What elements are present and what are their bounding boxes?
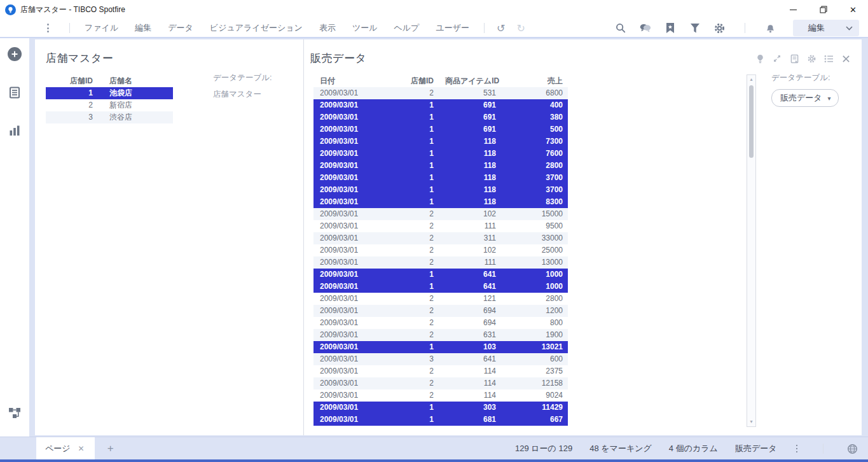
table-row[interactable]: 2009/03/01211113000 — [313, 256, 568, 269]
mode-dropdown[interactable]: 編集 — [793, 20, 859, 36]
table-cell: 2009/03/01 — [313, 353, 388, 365]
close-window-button[interactable]: ✕ — [838, 0, 868, 19]
column-header[interactable]: 売上 — [502, 75, 568, 87]
maximize-visual-icon[interactable] — [772, 53, 782, 64]
table-cell: 3700 — [502, 172, 568, 184]
settings-gear-icon[interactable] — [713, 22, 726, 34]
column-header[interactable]: 店舗ID — [46, 75, 102, 87]
table-row[interactable]: 2009/03/01130311429 — [313, 402, 568, 414]
table-cell: 118 — [439, 184, 502, 196]
table-cell: 118 — [439, 136, 502, 148]
status-item[interactable]: 129 ローの 129 — [515, 443, 572, 454]
table-cell: 2009/03/01 — [313, 148, 388, 160]
menu-item[interactable]: データ — [168, 22, 193, 34]
table-row[interactable]: 2009/03/0126311900 — [313, 329, 568, 341]
minimize-button[interactable] — [778, 0, 808, 19]
table-row[interactable]: 2009/03/0121149024 — [313, 389, 568, 402]
menu-item[interactable]: 表示 — [319, 22, 336, 34]
menu-item[interactable]: 編集 — [135, 22, 151, 34]
comments-icon[interactable] — [639, 22, 651, 34]
data-canvas-icon[interactable] — [8, 406, 22, 419]
column-header[interactable]: 日付 — [313, 75, 388, 87]
menu-item[interactable]: ユーザー — [436, 22, 469, 34]
table-row[interactable]: 2009/03/0125316800 — [313, 87, 568, 99]
scrollbar-thumb[interactable] — [749, 85, 754, 158]
column-header[interactable]: 店舗名 — [102, 75, 173, 87]
add-button[interactable] — [8, 47, 22, 61]
table-cell: 7300 — [502, 136, 568, 148]
table-row[interactable]: 2009/03/0126941200 — [313, 305, 568, 317]
table-cell: 3 — [46, 111, 102, 123]
table-row[interactable]: 2009/03/011691380 — [313, 111, 568, 123]
notifications-bell-icon[interactable] — [764, 22, 776, 34]
left-legend: データテーブル: 店舗マスター — [213, 73, 272, 100]
menu-item[interactable]: ヘルプ — [394, 22, 419, 34]
table-cell: 6800 — [502, 87, 568, 99]
bookmarks-icon[interactable] — [664, 22, 676, 34]
table-row[interactable]: 2009/03/01210225000 — [313, 244, 568, 256]
table-cell: 1900 — [502, 329, 568, 341]
menu-item[interactable]: ビジュアライゼーション — [210, 22, 303, 34]
column-header[interactable]: 商品アイテムID — [439, 75, 502, 87]
visual-properties-gear-icon[interactable] — [806, 53, 816, 64]
table-row[interactable]: 2009/03/011681667 — [313, 414, 568, 426]
page-tab[interactable]: ページ ✕ — [36, 437, 95, 460]
restore-button[interactable] — [808, 0, 838, 19]
data-panel-icon[interactable] — [9, 87, 20, 99]
vertical-scrollbar[interactable]: ▴ ▾ — [747, 74, 756, 427]
table-row[interactable]: 1池袋店 — [46, 87, 173, 99]
scroll-up-icon[interactable]: ▴ — [747, 75, 755, 84]
table-row[interactable]: 2009/03/0116411000 — [313, 281, 568, 293]
datatable-dropdown[interactable]: 販売データ ▾ — [771, 89, 839, 107]
globe-icon[interactable] — [847, 444, 858, 454]
table-row[interactable]: 2新宿店 — [46, 99, 173, 111]
menu-item[interactable]: ファイル — [85, 22, 118, 34]
menu-item[interactable]: ツール — [352, 22, 378, 34]
table-row[interactable]: 2009/03/01211412158 — [313, 377, 568, 389]
status-kebab-icon[interactable] — [794, 443, 800, 455]
column-header[interactable]: 店舗ID — [388, 75, 439, 87]
search-icon[interactable] — [614, 22, 626, 34]
recommendations-lightbulb-icon[interactable] — [755, 53, 765, 64]
table-row[interactable]: 2009/03/0121119500 — [313, 220, 568, 232]
table-row[interactable]: 2009/03/0116411000 — [313, 269, 568, 281]
scroll-down-icon[interactable]: ▾ — [747, 417, 755, 426]
details-list-icon[interactable] — [823, 53, 834, 64]
table-row[interactable]: 2009/03/011691400 — [313, 99, 568, 111]
close-visual-icon[interactable] — [841, 53, 851, 64]
status-item[interactable]: 48 をマーキング — [589, 443, 652, 454]
kebab-menu-icon[interactable] — [45, 21, 52, 35]
filter-icon[interactable] — [689, 22, 701, 34]
add-page-button[interactable]: + — [107, 442, 114, 455]
spotfire-logo-icon — [5, 4, 16, 15]
table-row[interactable]: 2009/03/012694800 — [313, 317, 568, 329]
table-row[interactable]: 2009/03/01231133000 — [313, 232, 568, 244]
table-cell: 1 — [388, 136, 439, 148]
table-row[interactable]: 2009/03/0121142375 — [313, 365, 568, 377]
table-cell: 691 — [439, 123, 502, 136]
table-row[interactable]: 2009/03/01110313021 — [313, 341, 568, 353]
table-cell: 2009/03/01 — [313, 389, 388, 402]
table-row[interactable]: 2009/03/0111187600 — [313, 148, 568, 160]
visualizations-panel-icon[interactable] — [9, 125, 20, 136]
redo-icon[interactable]: ↻ — [516, 22, 525, 34]
table-row[interactable]: 2009/03/0111182800 — [313, 160, 568, 172]
table-row[interactable]: 2009/03/013641600 — [313, 353, 568, 365]
table-cell: 303 — [439, 402, 502, 414]
table-row[interactable]: 2009/03/011691500 — [313, 123, 568, 136]
table-row[interactable]: 2009/03/0111188300 — [313, 196, 568, 208]
table-cell: 2009/03/01 — [313, 208, 388, 220]
table-row[interactable]: 3渋谷店 — [46, 111, 173, 123]
table-row[interactable]: 2009/03/0111183700 — [313, 172, 568, 184]
comments-annotation-icon[interactable] — [789, 53, 799, 64]
table-row[interactable]: 2009/03/0121212800 — [313, 293, 568, 305]
table-row[interactable]: 2009/03/0111187300 — [313, 136, 568, 148]
table-row[interactable]: 2009/03/0111183700 — [313, 184, 568, 196]
undo-icon[interactable]: ↺ — [497, 22, 505, 34]
divider — [484, 23, 485, 33]
status-item[interactable]: 販売データ — [735, 443, 777, 454]
table-cell: 1 — [46, 87, 102, 99]
status-item[interactable]: 4 個のカラム — [669, 443, 718, 454]
table-row[interactable]: 2009/03/01210215000 — [313, 208, 568, 220]
close-tab-icon[interactable]: ✕ — [78, 444, 85, 453]
